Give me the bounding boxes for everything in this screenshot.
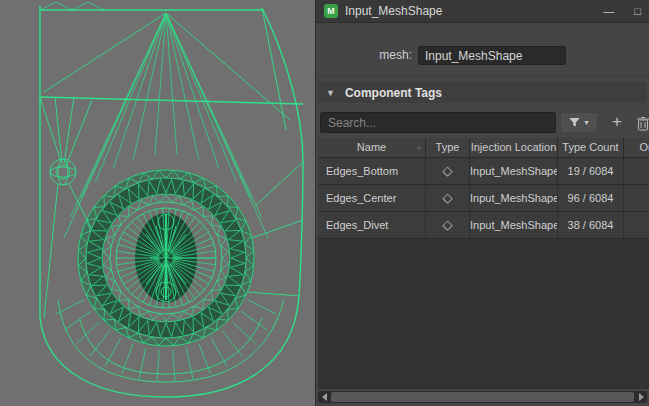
collapse-arrow-icon: ▼ (326, 88, 335, 98)
table-row[interactable]: Edges_Bottom ◇ Input_MeshShape 19 / 6084… (318, 158, 649, 185)
scroll-left-button[interactable] (318, 391, 330, 403)
screen: M Input_MeshShape — □ mesh: ▼ Component … (0, 0, 649, 406)
column-header-type[interactable]: Type (426, 138, 470, 158)
minimize-button[interactable]: — (603, 6, 614, 17)
tag-name-cell: Edges_Center (318, 185, 426, 211)
sort-indicator-icon: ^ (417, 139, 421, 158)
component-type-icon: ◇ (443, 163, 453, 178)
order-cell[interactable]: 1 (624, 212, 649, 238)
right-arrow-icon (639, 393, 644, 401)
window-controls: — □ (603, 6, 641, 17)
table-header: Name ^ Type Injection Location Type Coun… (318, 138, 649, 158)
filter-funnel-icon (569, 117, 580, 128)
mesh-field-label: mesh: (334, 48, 412, 62)
horizontal-scrollbar[interactable] (318, 391, 647, 403)
type-count-cell: 96 / 6084 (558, 185, 624, 211)
table-row[interactable]: Edges_Divet ◇ Input_MeshShape 38 / 6084 … (318, 212, 649, 239)
app-icon: M (324, 4, 338, 18)
mesh-field-row: mesh: (316, 44, 649, 66)
maximize-button[interactable]: □ (634, 6, 641, 17)
section-title: Component Tags (345, 86, 442, 100)
tags-toolbar: ▾ + (316, 112, 649, 134)
trash-icon (636, 116, 649, 131)
tag-type-cell: ◇ (426, 185, 470, 211)
type-count-cell: 38 / 6084 (558, 212, 624, 238)
filter-button[interactable]: ▾ (560, 112, 598, 133)
left-arrow-icon (322, 393, 327, 401)
component-tags-header[interactable]: ▼ Component Tags (318, 82, 647, 103)
column-label: Name (357, 141, 386, 153)
filter-caret-icon: ▾ (584, 118, 588, 127)
window-title: Input_MeshShape (345, 4, 442, 18)
tag-name-cell: Edges_Divet (318, 212, 426, 238)
injection-location-cell: Input_MeshShape (470, 158, 558, 184)
scroll-right-button[interactable] (635, 391, 647, 403)
wireframe-mesh (0, 0, 315, 406)
injection-location-cell: Input_MeshShape (470, 185, 558, 211)
viewport-3d[interactable] (0, 0, 315, 406)
delete-tag-button[interactable] (636, 114, 649, 132)
table-row[interactable]: Edges_Center ◇ Input_MeshShape 96 / 6084… (318, 185, 649, 212)
order-cell[interactable]: 1 (624, 185, 649, 211)
tag-type-cell: ◇ (426, 212, 470, 238)
window-titlebar: M Input_MeshShape — □ (316, 0, 649, 23)
tag-type-cell: ◇ (426, 158, 470, 184)
injection-location-cell: Input_MeshShape (470, 212, 558, 238)
mesh-name-input[interactable] (418, 46, 566, 65)
column-header-order[interactable]: Order (624, 138, 649, 158)
column-header-name[interactable]: Name ^ (318, 138, 426, 158)
add-tag-button[interactable]: + (606, 111, 628, 133)
search-input[interactable] (320, 112, 556, 133)
component-type-icon: ◇ (443, 190, 453, 205)
column-header-type-count[interactable]: Type Count (558, 138, 624, 158)
type-count-cell: 19 / 6084 (558, 158, 624, 184)
scrollbar-thumb[interactable] (331, 392, 634, 402)
divider (316, 76, 649, 77)
component-tags-table: Name ^ Type Injection Location Type Coun… (318, 138, 649, 389)
column-header-injection-location[interactable]: Injection Location (470, 138, 558, 158)
order-cell[interactable]: 1 (624, 158, 649, 184)
tag-name-cell: Edges_Bottom (318, 158, 426, 184)
input-meshshape-panel: M Input_MeshShape — □ mesh: ▼ Component … (315, 0, 649, 406)
component-type-icon: ◇ (443, 217, 453, 232)
